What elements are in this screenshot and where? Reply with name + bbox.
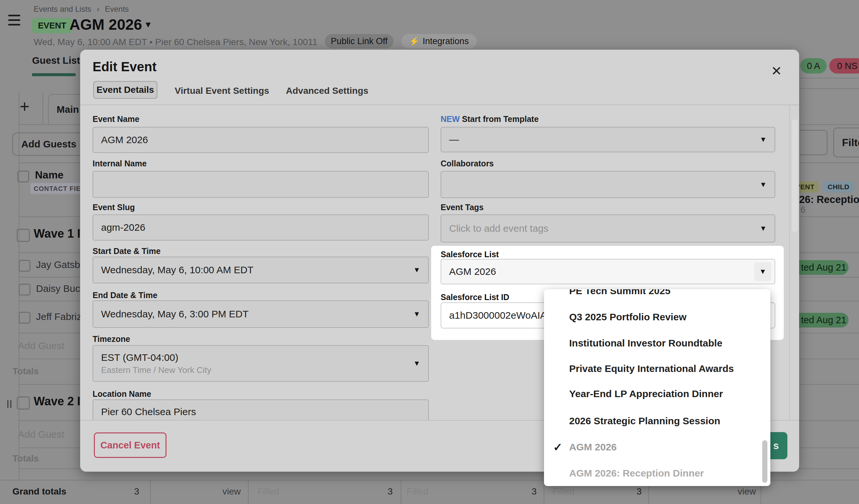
field-label: Event Slug xyxy=(93,203,135,212)
field-label: Start from Template xyxy=(462,114,539,124)
filled-label: Filled xyxy=(407,486,428,497)
view-link[interactable]: view xyxy=(223,486,241,497)
view-link[interactable]: view xyxy=(738,486,756,497)
tab-active-underline xyxy=(32,73,76,76)
modal-title: Edit Event xyxy=(93,60,157,74)
scrollbar-thumb[interactable] xyxy=(792,119,798,232)
tabs-divider xyxy=(80,105,799,105)
lightning-bolt-icon: ⚡ xyxy=(409,36,419,46)
filter-button[interactable]: Filte xyxy=(833,127,859,158)
field-label: Internal Name xyxy=(93,159,147,168)
close-icon[interactable]: ✕ xyxy=(771,63,782,78)
end-datetime-select[interactable]: Wednesday, May 6, 3:00 PM EDT ▼ xyxy=(93,300,429,328)
select-caret-button[interactable]: ▼ xyxy=(754,262,771,281)
drag-handle-icon[interactable] xyxy=(10,400,12,408)
add-guest-row[interactable]: Add Guest xyxy=(18,340,64,351)
guest-name[interactable]: Daisy Buch xyxy=(36,283,86,294)
filled-label: Filled xyxy=(553,486,574,497)
add-sheet-tab-button[interactable]: + xyxy=(20,97,29,116)
field-label: End Date & Time xyxy=(93,290,157,300)
breadcrumb: Events and Lists › Events xyxy=(34,4,129,14)
salesforce-list-dropdown: PE Tech Summit 2025 Q3 2025 Portfolio Re… xyxy=(544,289,770,486)
breadcrumb-separator-icon: › xyxy=(97,4,100,13)
tab-virtual-event-settings[interactable]: Virtual Event Settings xyxy=(175,85,269,96)
collaborators-select[interactable]: ▼ xyxy=(441,171,775,198)
select-all-checkbox[interactable] xyxy=(17,171,29,183)
placeholder-text: Click to add event tags xyxy=(449,223,548,234)
dropdown-option[interactable]: PE Tech Summit 2025 xyxy=(544,289,770,302)
chevron-down-icon: ▼ xyxy=(413,310,420,318)
field-label: Location Name xyxy=(93,389,151,399)
no-show-count-badge: 0 NS xyxy=(829,58,859,74)
group-row-label[interactable]: Wave 1 In xyxy=(34,227,88,240)
title-caret-icon[interactable]: ▼ xyxy=(144,20,152,30)
filled-value: 3 xyxy=(636,486,642,497)
group-checkbox[interactable] xyxy=(17,396,30,410)
field-label: Salesforce List xyxy=(441,250,499,259)
chevron-down-icon: ▼ xyxy=(413,359,420,368)
group-row-label[interactable]: Wave 2 In xyxy=(34,394,88,408)
drag-handle-icon[interactable] xyxy=(7,400,9,408)
row-checkbox[interactable] xyxy=(19,312,30,324)
dropdown-option[interactable]: Q3 2025 Portfolio Review xyxy=(544,305,770,329)
page-title: AGM 2026 xyxy=(69,16,142,33)
dropdown-option[interactable]: Year-End LP Appreciation Dinner xyxy=(544,382,770,405)
tab-event-details[interactable]: Event Details xyxy=(93,81,157,99)
location-name-input[interactable]: Pier 60 Chelsea Piers xyxy=(93,399,429,420)
checkmark-icon: ✓ xyxy=(553,441,563,454)
chevron-down-icon: ▼ xyxy=(759,135,767,144)
guest-name[interactable]: Jeff Fabriz xyxy=(36,311,82,322)
timezone-subtext: Eastern Time / New York City xyxy=(101,365,211,375)
internal-name-input[interactable] xyxy=(93,171,429,198)
scrollbar-track xyxy=(789,105,790,420)
timezone-select[interactable]: EST (GMT-04:00) Eastern Time / New York … xyxy=(93,345,429,382)
field-label: Start Date & Time xyxy=(93,247,161,256)
dropdown-scrollbar-thumb[interactable] xyxy=(762,440,767,483)
chevron-down-icon: ▼ xyxy=(759,224,767,233)
child-event-title: 26: Reception Di xyxy=(799,194,859,206)
breadcrumb-item[interactable]: Events xyxy=(105,4,129,13)
dropdown-option[interactable]: Institutional Investor Roundtable xyxy=(544,332,770,355)
dropdown-option[interactable]: 2026 Strategic Planning Session xyxy=(544,410,770,432)
breadcrumb-item[interactable]: Events and Lists xyxy=(34,4,91,13)
grand-total-value: 3 xyxy=(134,486,139,497)
dropdown-option[interactable]: Private Equity International Awards xyxy=(544,357,770,380)
column-header-name[interactable]: Name xyxy=(35,169,63,181)
contact-field-badge: CONTACT FIELD xyxy=(30,183,86,194)
totals-row-label: Totals xyxy=(12,366,39,377)
row-checkbox[interactable] xyxy=(19,260,30,272)
add-guest-row[interactable]: Add Guest xyxy=(18,429,64,440)
filled-value: 3 xyxy=(531,486,537,497)
attending-count-badge: 0 A xyxy=(800,58,827,74)
event-slug-input[interactable]: agm-2026 xyxy=(93,215,429,240)
child-badge: CHILD xyxy=(824,182,854,192)
start-from-template-select[interactable]: — ▼ xyxy=(441,127,775,152)
event-type-badge: EVENT xyxy=(32,18,72,33)
tab-guest-list[interactable]: Guest List xyxy=(32,55,80,66)
event-name-input[interactable]: AGM 2026 xyxy=(93,127,429,153)
field-label: Collaborators xyxy=(441,159,494,168)
dropdown-option-selected[interactable]: ✓ AGM 2026 xyxy=(544,436,770,459)
cancel-event-button[interactable]: Cancel Event xyxy=(94,432,166,458)
guest-name[interactable]: Jay Gatsby xyxy=(36,259,85,270)
field-label: Event Name xyxy=(93,114,139,124)
chevron-down-icon: ▼ xyxy=(413,266,420,274)
event-tags-input[interactable]: Click to add event tags ▼ xyxy=(441,215,775,242)
grand-totals-label: Grand totals xyxy=(12,486,66,497)
chevron-down-icon: ▼ xyxy=(759,267,766,276)
field-label: Timezone xyxy=(93,334,130,344)
field-label: Event Tags xyxy=(441,203,484,212)
chevron-down-icon: ▼ xyxy=(759,180,767,189)
child-event-sub: 6 xyxy=(800,205,805,215)
row-checkbox[interactable] xyxy=(19,284,30,296)
salesforce-list-select[interactable]: AGM 2026 ▼ xyxy=(441,259,775,284)
new-badge: NEW xyxy=(441,114,459,124)
public-link-toggle-button[interactable]: Public Link Off xyxy=(325,34,393,48)
add-guests-button[interactable]: Add Guests xyxy=(12,132,85,156)
dropdown-option-disabled[interactable]: AGM 2026: Reception Dinner xyxy=(544,462,770,485)
integrations-button[interactable]: ⚡ Integrations xyxy=(401,34,477,48)
start-datetime-select[interactable]: Wednesday, May 6, 10:00 AM EDT ▼ xyxy=(93,256,429,283)
event-subtitle: Wed, May 6, 10:00 AM EDT • Pier 60 Chels… xyxy=(34,37,317,47)
tab-advanced-settings[interactable]: Advanced Settings xyxy=(286,85,368,96)
group-checkbox[interactable] xyxy=(17,229,30,242)
